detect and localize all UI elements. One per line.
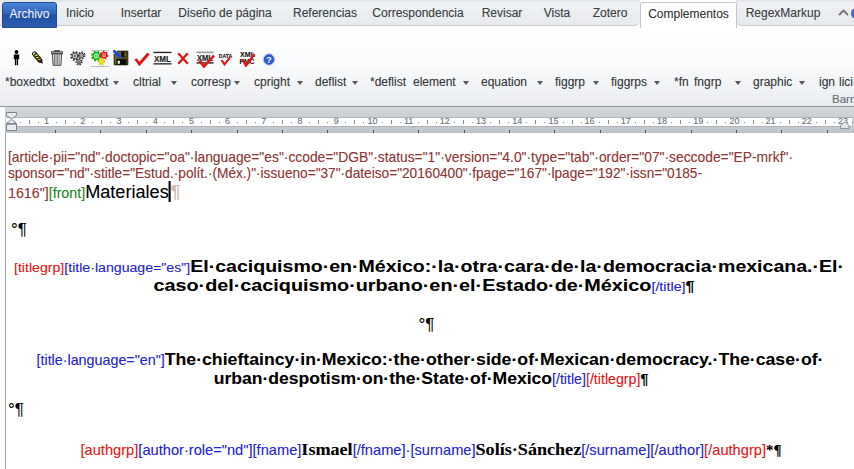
svg-text:?: ? <box>266 55 271 65</box>
svg-text:DATA: DATA <box>219 53 233 59</box>
svg-text:XML: XML <box>154 53 171 64</box>
